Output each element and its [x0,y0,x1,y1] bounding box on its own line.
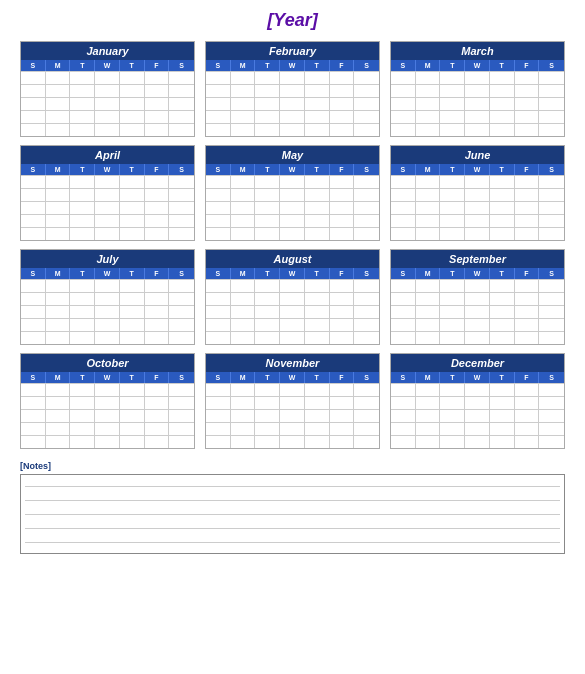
calendar-row [21,84,194,97]
day-cell [354,306,379,318]
day-cell [416,111,441,123]
calendar-row [391,97,564,110]
day-cell [280,124,305,136]
day-cell [169,384,194,396]
day-cell [354,423,379,435]
day-cell [440,176,465,188]
day-cell [440,293,465,305]
day-cell [490,85,515,97]
day-cell [465,189,490,201]
day-cell [120,215,145,227]
day-cell [255,215,280,227]
day-cell [46,397,71,409]
day-cell [490,293,515,305]
notes-label: [Notes] [20,461,565,471]
calendar-row [391,305,564,318]
day-header-F: F [330,60,355,71]
day-cell [280,202,305,214]
day-cell [490,176,515,188]
day-cell [305,202,330,214]
month-header-june: June [391,146,564,164]
calendar-row [21,188,194,201]
day-cell [515,384,540,396]
day-cell [416,98,441,110]
day-header-W: W [280,164,305,175]
day-cell [391,228,416,240]
day-cell [330,384,355,396]
day-cell [120,280,145,292]
day-cell [391,319,416,331]
day-cell [354,384,379,396]
day-cell [46,85,71,97]
day-header-W: W [95,268,120,279]
day-cell [145,397,170,409]
day-cell [95,228,120,240]
day-cell [145,189,170,201]
day-cell [169,72,194,84]
day-cell [231,189,256,201]
day-header-T: T [440,164,465,175]
calendar-row [21,279,194,292]
day-header-F: F [145,60,170,71]
day-cell [231,124,256,136]
day-cell [440,85,465,97]
day-cell [46,293,71,305]
day-header-T: T [70,60,95,71]
day-cell [490,384,515,396]
day-header-S: S [354,372,379,383]
day-cell [440,436,465,448]
day-header-T: T [70,372,95,383]
day-cell [440,202,465,214]
day-cell [465,85,490,97]
day-cell [391,215,416,227]
day-cell [21,280,46,292]
day-cell [120,98,145,110]
day-cell [169,215,194,227]
day-cell [206,384,231,396]
month-header-august: August [206,250,379,268]
day-cell [169,228,194,240]
day-cell [354,202,379,214]
day-cell [440,306,465,318]
day-header-T: T [305,60,330,71]
notes-line [25,542,560,543]
day-cell [330,72,355,84]
day-cell [539,384,564,396]
day-cell [465,397,490,409]
day-cell [305,111,330,123]
calendar-row [21,305,194,318]
day-header-S: S [391,268,416,279]
calendar-row [391,123,564,136]
calendar-row [391,110,564,123]
day-cell [490,215,515,227]
day-cell [490,228,515,240]
day-header-W: W [280,268,305,279]
day-cell [231,332,256,344]
day-cell [255,293,280,305]
calendar-row [21,175,194,188]
day-cell [95,397,120,409]
day-cell [354,72,379,84]
day-cell [391,124,416,136]
month-block-april: AprilSMTWTFS [20,145,195,241]
day-cell [305,397,330,409]
day-cell [46,98,71,110]
day-cell [95,436,120,448]
calendar-row [206,279,379,292]
day-cell [330,176,355,188]
day-cell [120,384,145,396]
notes-box[interactable] [20,474,565,554]
calendar-row [21,201,194,214]
day-cell [21,111,46,123]
day-cell [465,384,490,396]
day-cell [255,228,280,240]
day-cell [145,410,170,422]
day-cell [539,306,564,318]
day-cell [169,332,194,344]
day-header-S: S [206,164,231,175]
day-cell [416,332,441,344]
calendar-row [21,435,194,448]
day-cell [416,215,441,227]
day-cell [120,228,145,240]
day-header-T: T [305,164,330,175]
